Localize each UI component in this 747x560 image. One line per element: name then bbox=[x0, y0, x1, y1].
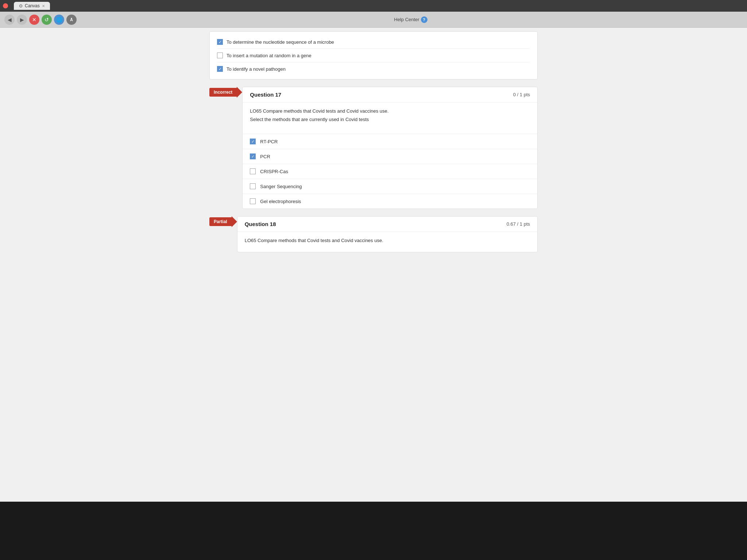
tab-title: Canvas bbox=[25, 3, 40, 8]
browser-tab[interactable]: ⊙ Canvas ✕ bbox=[14, 2, 50, 10]
content-area: To determine the nucleotide sequence of … bbox=[0, 28, 747, 502]
incorrect-label: Incorrect bbox=[209, 88, 237, 97]
question17-title: Question 17 bbox=[250, 92, 281, 98]
globe-button[interactable]: 🌐 bbox=[54, 15, 64, 25]
question17-options: RT-PCR PCR CRISPR-Cas Sanger Sequencing bbox=[243, 134, 537, 209]
question18-lo: LO65 Compare methods that Covid tests an… bbox=[245, 238, 530, 243]
option-text-2: To insert a mutation at random in a gene bbox=[227, 53, 311, 58]
q17-checkbox-3[interactable] bbox=[250, 168, 256, 174]
question17-pts: 0 / 1 pts bbox=[513, 92, 530, 97]
help-center-link[interactable]: Help Center ? bbox=[394, 16, 427, 23]
list-item: Sanger Sequencing bbox=[243, 179, 537, 194]
forward-button[interactable]: ▶ bbox=[17, 15, 27, 25]
question17-lo: LO65 Compare methods that Covid tests an… bbox=[250, 108, 530, 114]
list-item: PCR bbox=[243, 149, 537, 164]
list-item: Gel electrophoresis bbox=[243, 194, 537, 209]
partial-label: Partial bbox=[209, 217, 232, 226]
stop-button[interactable]: ✕ bbox=[29, 15, 39, 25]
q17-checkbox-2[interactable] bbox=[250, 153, 256, 159]
question18-title: Question 18 bbox=[245, 221, 276, 227]
q17-option-1: RT-PCR bbox=[260, 139, 278, 144]
q17-checkbox-5[interactable] bbox=[250, 198, 256, 204]
list-item: CRISPR-Cas bbox=[243, 164, 537, 179]
list-item: RT-PCR bbox=[243, 134, 537, 149]
question17-instruction: Select the methods that are currently us… bbox=[250, 117, 530, 122]
checkbox-option3[interactable] bbox=[217, 66, 223, 72]
tab-icon: ⊙ bbox=[19, 3, 23, 8]
q17-checkbox-1[interactable] bbox=[250, 139, 256, 144]
q17-option-5: Gel electrophoresis bbox=[260, 199, 301, 204]
back-button[interactable]: ◀ bbox=[4, 15, 15, 25]
tab-close-btn[interactable]: ✕ bbox=[42, 4, 45, 8]
q17-option-3: CRISPR-Cas bbox=[260, 169, 288, 174]
question18-body: LO65 Compare methods that Covid tests an… bbox=[237, 232, 537, 252]
list-item: To determine the nucleotide sequence of … bbox=[217, 35, 530, 49]
question17-container: Question 17 0 / 1 pts LO65 Compare metho… bbox=[242, 87, 538, 209]
traffic-light-close[interactable] bbox=[3, 3, 8, 8]
font-button[interactable]: Ā bbox=[66, 15, 77, 25]
question18-pts: 0.67 / 1 pts bbox=[507, 221, 530, 227]
incorrect-badge: Incorrect bbox=[209, 87, 242, 98]
question18-container: Question 18 0.67 / 1 pts LO65 Compare me… bbox=[237, 216, 538, 252]
address-bar: Help Center ? bbox=[79, 16, 743, 23]
q17-option-2: PCR bbox=[260, 154, 270, 159]
question17-block: Incorrect Question 17 0 / 1 pts LO65 Com… bbox=[209, 87, 538, 209]
question18-block: Partial Question 18 0.67 / 1 pts LO65 Co… bbox=[209, 216, 538, 252]
checkbox-option2[interactable] bbox=[217, 52, 223, 58]
partial-badge: Partial bbox=[209, 216, 237, 227]
page-content: To determine the nucleotide sequence of … bbox=[209, 28, 538, 267]
list-item: To identify a novel pathogen bbox=[217, 62, 530, 75]
help-icon: ? bbox=[421, 16, 427, 23]
help-center-label: Help Center bbox=[394, 17, 419, 22]
refresh-button[interactable]: ↺ bbox=[42, 15, 52, 25]
q17-checkbox-4[interactable] bbox=[250, 183, 256, 189]
badge-arrow-incorrect bbox=[237, 87, 242, 98]
checkbox-option1[interactable] bbox=[217, 39, 223, 45]
badge-arrow-partial bbox=[232, 216, 237, 227]
browser-toolbar: ◀ ▶ ✕ ↺ 🌐 Ā Help Center ? bbox=[0, 12, 747, 28]
question17-header: Question 17 0 / 1 pts bbox=[243, 87, 537, 102]
question18-header: Question 18 0.67 / 1 pts bbox=[237, 217, 537, 232]
keyboard-area bbox=[0, 502, 747, 560]
prev-question-options: To determine the nucleotide sequence of … bbox=[209, 31, 538, 79]
list-item: To insert a mutation at random in a gene bbox=[217, 49, 530, 62]
title-bar: ⊙ Canvas ✕ bbox=[0, 0, 747, 12]
option-text-1: To determine the nucleotide sequence of … bbox=[227, 39, 334, 45]
question17-body: LO65 Compare methods that Covid tests an… bbox=[243, 102, 537, 134]
q17-option-4: Sanger Sequencing bbox=[260, 184, 302, 189]
option-text-3: To identify a novel pathogen bbox=[227, 66, 286, 72]
